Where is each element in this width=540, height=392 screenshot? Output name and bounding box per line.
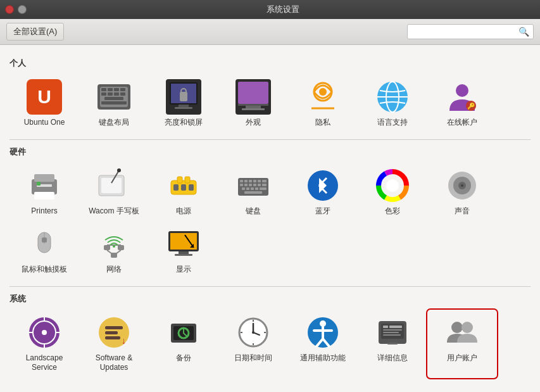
svg-rect-17 — [179, 104, 189, 107]
icon-item-backup[interactable]: 备份 — [149, 310, 218, 378]
landscape-icon — [27, 315, 62, 350]
icon-item-language[interactable]: 语言支持 — [358, 74, 427, 133]
brightness-lock-icon — [166, 79, 201, 115]
svg-rect-23 — [238, 104, 268, 106]
appearance-label: 外观 — [246, 118, 261, 128]
icon-item-brightness-lock[interactable]: 亮度和锁屏 — [149, 74, 218, 133]
icon-item-sysinfo[interactable]: 详细信息 — [358, 310, 427, 378]
sysinfo-label: 详细信息 — [377, 353, 408, 364]
icon-item-datetime[interactable]: 日期和时间 — [218, 310, 288, 378]
user-accounts-label: 用户账户 — [447, 353, 477, 364]
svg-rect-56 — [262, 180, 267, 182]
icon-item-display[interactable]: 显示 — [149, 221, 218, 280]
minimize-button[interactable] — [18, 5, 27, 14]
svg-rect-67 — [260, 187, 267, 190]
svg-point-94 — [42, 330, 47, 335]
brightness-lock-label: 亮度和锁屏 — [165, 118, 203, 128]
svg-rect-48 — [181, 184, 186, 191]
svg-text:🔑: 🔑 — [467, 102, 475, 110]
search-input[interactable] — [411, 27, 518, 37]
svg-rect-51 — [240, 180, 243, 182]
icon-item-keyboard-layout[interactable]: 键盘布局 — [79, 74, 149, 133]
icon-item-appearance[interactable]: 外观 — [218, 74, 288, 133]
svg-rect-66 — [255, 187, 258, 190]
icon-item-color[interactable]: 色彩 — [358, 163, 427, 222]
svg-rect-53 — [249, 180, 252, 182]
svg-rect-12 — [104, 97, 123, 100]
section-system: 系统 Landscape Service ↓ Software & Update… — [9, 293, 531, 378]
svg-rect-7 — [120, 88, 125, 91]
search-box: 🔍 — [407, 24, 534, 39]
svg-rect-128 — [383, 334, 401, 336]
icon-item-software-updates[interactable]: ↓ Software & Updates — [79, 310, 149, 378]
all-settings-button[interactable]: 全部设置(A) — [6, 23, 64, 41]
landscape-label: Landscape Service — [13, 353, 75, 373]
section-personal: 个人 U Ubuntu One 键盘布局 亮度和锁屏 — [9, 58, 531, 140]
datetime-icon — [235, 315, 271, 350]
icon-item-mouse[interactable]: 鼠标和触摸板 — [9, 221, 79, 280]
sound-icon — [444, 168, 480, 203]
svg-rect-22 — [238, 82, 268, 104]
icon-item-wacom[interactable]: Wacom 手写板 — [79, 163, 149, 222]
svg-rect-5 — [108, 88, 113, 91]
svg-point-71 — [386, 179, 399, 192]
icon-item-bluetooth[interactable]: 蓝牙 — [288, 163, 358, 222]
bluetooth-icon — [305, 168, 341, 203]
svg-rect-127 — [383, 332, 399, 333]
svg-point-111 — [252, 331, 254, 334]
svg-rect-41 — [101, 178, 122, 193]
svg-point-130 — [451, 322, 463, 333]
icon-item-privacy[interactable]: 隐私 — [288, 74, 358, 133]
svg-point-27 — [319, 88, 327, 96]
section-label-hardware: 硬件 — [9, 146, 531, 158]
svg-rect-8 — [101, 92, 106, 96]
svg-rect-24 — [246, 106, 261, 108]
online-accounts-icon: 🔑 — [444, 79, 480, 115]
icon-item-ubuntu-one[interactable]: U Ubuntu One — [9, 74, 79, 133]
icon-item-keyboard[interactable]: 键盘 — [218, 163, 288, 222]
svg-rect-57 — [240, 184, 243, 186]
icon-item-network[interactable]: 网络 — [79, 221, 149, 280]
privacy-icon — [305, 79, 341, 115]
accessibility-icon — [305, 315, 341, 350]
icon-item-landscape[interactable]: Landscape Service — [9, 310, 79, 378]
icon-item-accessibility[interactable]: 通用辅助功能 — [288, 310, 358, 378]
svg-rect-78 — [42, 237, 47, 243]
power-icon — [166, 168, 201, 203]
icon-item-power[interactable]: 电源 — [149, 163, 218, 222]
svg-text:U: U — [37, 86, 51, 107]
icon-item-printers[interactable]: Printers — [9, 163, 79, 222]
software-updates-label: Software & Updates — [83, 353, 145, 373]
svg-rect-79 — [104, 245, 110, 250]
network-icon — [96, 226, 132, 262]
svg-rect-102 — [105, 336, 120, 339]
svg-rect-60 — [253, 184, 256, 186]
keyboard-label: 键盘 — [246, 206, 261, 217]
printers-label: Printers — [31, 206, 57, 217]
svg-point-32 — [456, 84, 468, 97]
privacy-label: 隐私 — [315, 118, 330, 128]
icon-item-online-accounts[interactable]: 🔑 在线帐户 — [427, 74, 497, 133]
svg-rect-68 — [244, 191, 262, 194]
svg-rect-58 — [244, 184, 248, 186]
icon-grid-hardware: Printers Wacom 手写板 电源 — [9, 163, 531, 280]
user-accounts-icon — [444, 315, 480, 350]
icon-item-sound[interactable]: 声音 — [427, 163, 497, 222]
close-button[interactable] — [5, 5, 14, 14]
svg-point-75 — [461, 184, 463, 187]
svg-rect-126 — [383, 329, 402, 331]
wacom-icon — [96, 168, 132, 203]
svg-rect-55 — [258, 180, 261, 182]
section-label-personal: 个人 — [9, 58, 531, 69]
sysinfo-icon — [375, 315, 410, 350]
datetime-label: 日期和时间 — [234, 353, 272, 364]
svg-rect-4 — [101, 88, 106, 91]
svg-rect-25 — [242, 108, 265, 110]
svg-rect-129 — [387, 343, 398, 345]
icon-item-user-accounts[interactable]: 用户账户 — [427, 310, 497, 378]
software-updates-icon: ↓ — [96, 315, 132, 350]
wacom-label: Wacom 手写板 — [89, 206, 139, 217]
color-label: 色彩 — [385, 206, 400, 217]
ubuntu-one-icon: U — [27, 79, 62, 115]
icon-grid-system: Landscape Service ↓ Software & Updates 备… — [9, 310, 531, 378]
